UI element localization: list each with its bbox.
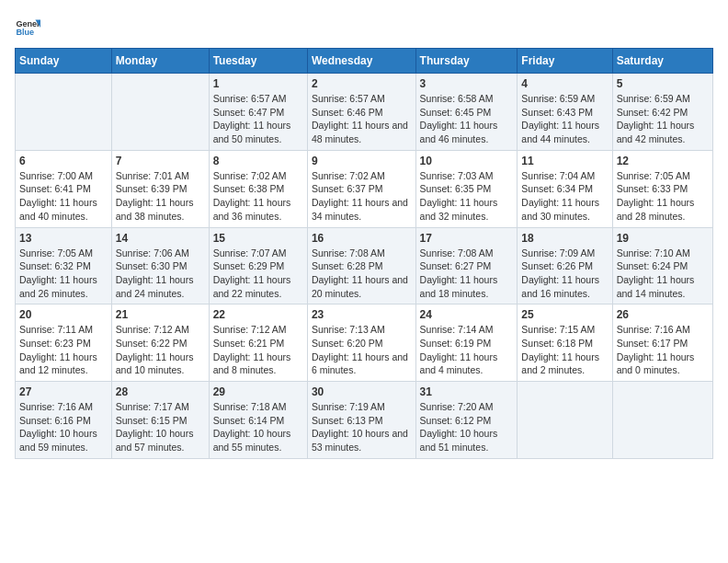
day-content: Sunrise: 7:00 AM Sunset: 6:41 PM Dayligh… <box>19 169 108 224</box>
day-content: Sunrise: 6:59 AM Sunset: 6:42 PM Dayligh… <box>617 92 709 146</box>
day-number: 23 <box>312 308 412 321</box>
day-number: 8 <box>213 155 303 167</box>
weekday-header-wednesday: Wednesday <box>307 49 415 74</box>
calendar-cell: 3Sunrise: 6:58 AM Sunset: 6:45 PM Daylig… <box>415 74 518 151</box>
day-content: Sunrise: 7:12 AM Sunset: 6:22 PM Dayligh… <box>116 323 205 377</box>
day-content: Sunrise: 7:12 AM Sunset: 6:21 PM Dayligh… <box>213 323 303 377</box>
week-row-3: 13Sunrise: 7:05 AM Sunset: 6:32 PM Dayli… <box>16 227 713 304</box>
day-number: 31 <box>420 385 514 398</box>
day-number: 28 <box>116 385 205 398</box>
day-content: Sunrise: 7:19 AM Sunset: 6:13 PM Dayligh… <box>312 400 412 454</box>
page-header: General Blue <box>15 15 713 40</box>
day-number: 4 <box>521 77 608 90</box>
svg-text:Blue: Blue <box>16 28 34 37</box>
day-content: Sunrise: 7:02 AM Sunset: 6:37 PM Dayligh… <box>312 169 412 224</box>
week-row-4: 20Sunrise: 7:11 AM Sunset: 6:23 PM Dayli… <box>16 304 713 382</box>
calendar-cell: 21Sunrise: 7:12 AM Sunset: 6:22 PM Dayli… <box>111 304 209 382</box>
calendar-cell: 1Sunrise: 6:57 AM Sunset: 6:47 PM Daylig… <box>209 74 307 151</box>
day-number: 3 <box>420 77 514 90</box>
weekday-header-saturday: Saturday <box>612 49 712 74</box>
logo-icon: General Blue <box>15 15 40 40</box>
weekday-header-row: SundayMondayTuesdayWednesdayThursdayFrid… <box>16 49 713 74</box>
calendar-cell: 2Sunrise: 6:57 AM Sunset: 6:46 PM Daylig… <box>307 74 415 151</box>
calendar-cell: 13Sunrise: 7:05 AM Sunset: 6:32 PM Dayli… <box>16 227 112 304</box>
day-number: 22 <box>213 308 303 321</box>
day-content: Sunrise: 7:18 AM Sunset: 6:14 PM Dayligh… <box>213 400 303 454</box>
day-number: 1 <box>213 77 303 90</box>
calendar-cell: 12Sunrise: 7:05 AM Sunset: 6:33 PM Dayli… <box>612 150 712 227</box>
day-number: 25 <box>521 308 608 321</box>
calendar-cell: 11Sunrise: 7:04 AM Sunset: 6:34 PM Dayli… <box>518 150 612 227</box>
day-content: Sunrise: 6:57 AM Sunset: 6:46 PM Dayligh… <box>312 92 412 146</box>
logo: General Blue <box>15 15 40 40</box>
calendar-cell: 26Sunrise: 7:16 AM Sunset: 6:17 PM Dayli… <box>612 304 712 382</box>
week-row-5: 27Sunrise: 7:16 AM Sunset: 6:16 PM Dayli… <box>16 382 713 459</box>
calendar-cell: 30Sunrise: 7:19 AM Sunset: 6:13 PM Dayli… <box>307 382 415 459</box>
day-content: Sunrise: 7:15 AM Sunset: 6:18 PM Dayligh… <box>521 323 608 377</box>
calendar-cell: 28Sunrise: 7:17 AM Sunset: 6:15 PM Dayli… <box>111 382 209 459</box>
day-number: 21 <box>116 308 205 321</box>
calendar-cell <box>111 74 209 151</box>
day-content: Sunrise: 7:08 AM Sunset: 6:27 PM Dayligh… <box>420 247 514 301</box>
calendar-cell <box>518 382 612 459</box>
day-number: 7 <box>116 155 205 167</box>
day-number: 5 <box>617 77 709 90</box>
weekday-header-tuesday: Tuesday <box>209 49 307 74</box>
day-content: Sunrise: 7:01 AM Sunset: 6:39 PM Dayligh… <box>116 169 205 224</box>
calendar-cell: 6Sunrise: 7:00 AM Sunset: 6:41 PM Daylig… <box>16 150 112 227</box>
day-number: 20 <box>19 308 108 321</box>
day-number: 14 <box>116 232 205 245</box>
calendar-cell: 23Sunrise: 7:13 AM Sunset: 6:20 PM Dayli… <box>307 304 415 382</box>
calendar-cell: 15Sunrise: 7:07 AM Sunset: 6:29 PM Dayli… <box>209 227 307 304</box>
day-content: Sunrise: 7:06 AM Sunset: 6:30 PM Dayligh… <box>116 247 205 301</box>
day-content: Sunrise: 6:59 AM Sunset: 6:43 PM Dayligh… <box>521 92 608 146</box>
calendar-cell: 19Sunrise: 7:10 AM Sunset: 6:24 PM Dayli… <box>612 227 712 304</box>
day-content: Sunrise: 7:14 AM Sunset: 6:19 PM Dayligh… <box>420 323 514 377</box>
day-number: 29 <box>213 385 303 398</box>
calendar-cell: 25Sunrise: 7:15 AM Sunset: 6:18 PM Dayli… <box>518 304 612 382</box>
calendar-cell: 22Sunrise: 7:12 AM Sunset: 6:21 PM Dayli… <box>209 304 307 382</box>
day-number: 18 <box>521 232 608 245</box>
calendar-table: SundayMondayTuesdayWednesdayThursdayFrid… <box>15 48 713 459</box>
calendar-cell: 27Sunrise: 7:16 AM Sunset: 6:16 PM Dayli… <box>16 382 112 459</box>
day-number: 16 <box>312 232 412 245</box>
calendar-cell: 5Sunrise: 6:59 AM Sunset: 6:42 PM Daylig… <box>612 74 712 151</box>
calendar-cell: 24Sunrise: 7:14 AM Sunset: 6:19 PM Dayli… <box>415 304 518 382</box>
calendar-cell: 14Sunrise: 7:06 AM Sunset: 6:30 PM Dayli… <box>111 227 209 304</box>
day-number: 12 <box>617 155 709 167</box>
day-number: 26 <box>617 308 709 321</box>
calendar-cell: 17Sunrise: 7:08 AM Sunset: 6:27 PM Dayli… <box>415 227 518 304</box>
day-content: Sunrise: 7:10 AM Sunset: 6:24 PM Dayligh… <box>617 247 709 301</box>
calendar-cell: 4Sunrise: 6:59 AM Sunset: 6:43 PM Daylig… <box>518 74 612 151</box>
calendar-cell: 20Sunrise: 7:11 AM Sunset: 6:23 PM Dayli… <box>16 304 112 382</box>
day-content: Sunrise: 7:11 AM Sunset: 6:23 PM Dayligh… <box>19 323 108 377</box>
day-number: 24 <box>420 308 514 321</box>
day-number: 2 <box>312 77 412 90</box>
day-number: 19 <box>617 232 709 245</box>
day-content: Sunrise: 7:02 AM Sunset: 6:38 PM Dayligh… <box>213 169 303 224</box>
day-number: 6 <box>19 155 108 167</box>
calendar-cell: 31Sunrise: 7:20 AM Sunset: 6:12 PM Dayli… <box>415 382 518 459</box>
calendar-cell: 9Sunrise: 7:02 AM Sunset: 6:37 PM Daylig… <box>307 150 415 227</box>
day-number: 17 <box>420 232 514 245</box>
day-content: Sunrise: 7:16 AM Sunset: 6:16 PM Dayligh… <box>19 400 108 454</box>
calendar-cell <box>16 74 112 151</box>
day-number: 11 <box>521 155 608 167</box>
day-number: 30 <box>312 385 412 398</box>
week-row-2: 6Sunrise: 7:00 AM Sunset: 6:41 PM Daylig… <box>16 150 713 227</box>
day-number: 13 <box>19 232 108 245</box>
day-number: 10 <box>420 155 514 167</box>
calendar-cell: 29Sunrise: 7:18 AM Sunset: 6:14 PM Dayli… <box>209 382 307 459</box>
calendar-cell: 16Sunrise: 7:08 AM Sunset: 6:28 PM Dayli… <box>307 227 415 304</box>
weekday-header-sunday: Sunday <box>16 49 112 74</box>
day-number: 9 <box>312 155 412 167</box>
week-row-1: 1Sunrise: 6:57 AM Sunset: 6:47 PM Daylig… <box>16 74 713 151</box>
day-number: 27 <box>19 385 108 398</box>
day-content: Sunrise: 7:13 AM Sunset: 6:20 PM Dayligh… <box>312 323 412 377</box>
calendar-cell: 18Sunrise: 7:09 AM Sunset: 6:26 PM Dayli… <box>518 227 612 304</box>
day-content: Sunrise: 7:03 AM Sunset: 6:35 PM Dayligh… <box>420 169 514 224</box>
weekday-header-friday: Friday <box>518 49 612 74</box>
day-content: Sunrise: 7:20 AM Sunset: 6:12 PM Dayligh… <box>420 400 514 454</box>
day-content: Sunrise: 7:08 AM Sunset: 6:28 PM Dayligh… <box>312 247 412 301</box>
calendar-cell <box>612 382 712 459</box>
